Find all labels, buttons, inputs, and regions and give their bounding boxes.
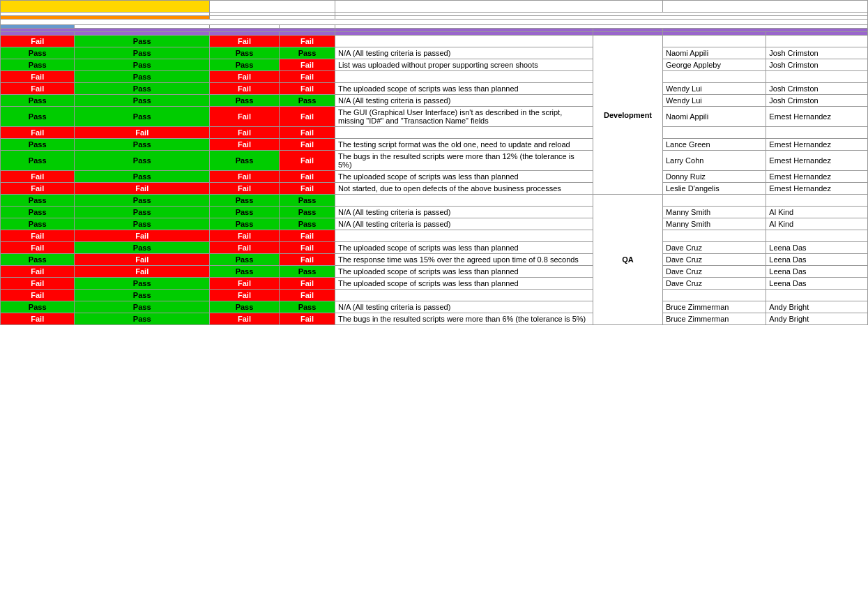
developer-cell: Naomi Appili — [663, 107, 766, 127]
developer-cell: Lance Green — [663, 139, 766, 151]
script-cell: Fail — [210, 183, 280, 195]
scope-cell: Fail — [1, 313, 75, 325]
script-cell: Fail — [210, 313, 280, 325]
bugs-cell: Pass — [280, 47, 335, 59]
bugs-cell: Fail — [280, 127, 335, 139]
scope-cell: Fail — [1, 71, 75, 83]
bugs-cell: Fail — [280, 313, 335, 325]
response-cell: Pass — [75, 301, 210, 313]
scope-cell: Fail — [1, 290, 75, 301]
scope-cell: Fail — [1, 171, 75, 183]
table-row: FailFailFailFail — [1, 230, 868, 242]
table-row: FailPassFailFailThe uploaded scope of sc… — [1, 83, 868, 95]
defect-cell: The response time was 15% over the agree… — [335, 254, 593, 266]
developer-cell: Dave Cruz — [663, 254, 766, 266]
scope-cell: Fail — [1, 266, 75, 278]
developer-cell: Donny Ruiz — [663, 171, 766, 183]
spacer — [1, 20, 868, 25]
defect-cell: N/A (All testing criteria is passed) — [335, 207, 593, 218]
empty-1 — [210, 1, 335, 13]
tester-cell: Josh Crimston — [766, 47, 868, 59]
bugs-cell: Pass — [280, 195, 335, 207]
script-cell: Pass — [210, 266, 280, 278]
scope-cell: Fail — [1, 127, 75, 139]
defect-cell: The uploaded scope of scripts was less t… — [335, 266, 593, 278]
script-cell: Fail — [210, 242, 280, 254]
defect-cell: N/A (All testing criteria is passed) — [335, 218, 593, 230]
table-row: PassPassPassPassN/A (All testing criteri… — [1, 207, 868, 218]
script-cell: Pass — [210, 301, 280, 313]
developer-cell: Dave Cruz — [663, 278, 766, 290]
report-date-area — [335, 1, 663, 13]
tester-cell: Leena Das — [766, 266, 868, 278]
defect-cell: Not started, due to open defects of the … — [335, 183, 593, 195]
developer-cell: George Appleby — [663, 59, 766, 71]
script-cell: Pass — [210, 47, 280, 59]
bugs-cell: Fail — [280, 139, 335, 151]
scope-cell: Pass — [1, 218, 75, 230]
table-row: PassPassPassPassN/A (All testing criteri… — [1, 218, 868, 230]
defect-cell: N/A (All testing criteria is passed) — [335, 301, 593, 313]
table-row: PassPassPassPassN/A (All testing criteri… — [1, 95, 868, 107]
defect-cell — [335, 230, 593, 242]
defect-cell — [335, 71, 593, 83]
bugs-cell: Pass — [280, 301, 335, 313]
script-cell: Fail — [210, 107, 280, 127]
tester-cell — [766, 290, 868, 301]
tester-cell — [766, 230, 868, 242]
bugs-cell: Fail — [280, 230, 335, 242]
bugs-cell: Pass — [280, 95, 335, 107]
response-cell: Pass — [75, 313, 210, 325]
scope-cell: Pass — [1, 195, 75, 207]
response-cell: Pass — [75, 151, 210, 171]
developer-cell: Bruce Zimmerman — [663, 301, 766, 313]
script-cell: Pass — [210, 195, 280, 207]
response-cell: Pass — [75, 278, 210, 290]
bugs-cell: Fail — [280, 183, 335, 195]
tester-cell: Al Kind — [766, 218, 868, 230]
title-row — [1, 1, 868, 13]
defect-cell — [335, 36, 593, 47]
tester-cell: Ernest Hernandez — [766, 151, 868, 171]
bugs-cell: Fail — [280, 151, 335, 171]
response-cell: Pass — [75, 83, 210, 95]
developer-cell — [663, 127, 766, 139]
scope-cell: Pass — [1, 254, 75, 266]
table-row: FailPassFailFailThe uploaded scope of sc… — [1, 171, 868, 183]
script-cell: Fail — [210, 171, 280, 183]
scope-cell: Pass — [1, 151, 75, 171]
script-cell: Pass — [210, 254, 280, 266]
developer-cell: Larry Cohn — [663, 151, 766, 171]
response-cell: Fail — [75, 254, 210, 266]
table-row: PassPassPassPassN/A (All testing criteri… — [1, 47, 868, 59]
defect-cell: The testing script format was the old on… — [335, 139, 593, 151]
tester-cell: Leena Das — [766, 242, 868, 254]
environment-cell: Development — [593, 36, 663, 195]
bugs-cell: Fail — [280, 278, 335, 290]
script-cell: Pass — [210, 59, 280, 71]
defect-cell — [335, 290, 593, 301]
developer-cell: Wendy Lui — [663, 95, 766, 107]
bugs-cell: Fail — [280, 290, 335, 301]
developer-cell — [663, 195, 766, 207]
table-row: FailFailFailFailNot started, due to open… — [1, 183, 868, 195]
table-row: FailPassFailFailThe uploaded scope of sc… — [1, 242, 868, 254]
defect-cell: The bugs in the resulted scripts were mo… — [335, 313, 593, 325]
response-cell: Fail — [75, 183, 210, 195]
response-cell: Pass — [75, 47, 210, 59]
defect-cell: The uploaded scope of scripts was less t… — [335, 171, 593, 183]
scope-cell: Pass — [1, 59, 75, 71]
developer-cell: Leslie D'angelis — [663, 183, 766, 195]
defect-cell: List was uploaded without proper support… — [335, 59, 593, 71]
scope-cell: Pass — [1, 207, 75, 218]
response-cell: Pass — [75, 139, 210, 151]
defect-cell: The uploaded scope of scripts was less t… — [335, 83, 593, 95]
scope-cell: Fail — [1, 83, 75, 95]
bugs-cell: Fail — [280, 107, 335, 127]
bugs-cell: Pass — [280, 218, 335, 230]
empty-2 — [663, 1, 868, 13]
table-row: PassPassFailFailThe GUI (Graphical User … — [1, 107, 868, 127]
bugs-cell: Fail — [280, 171, 335, 183]
defect-cell: The uploaded scope of scripts was less t… — [335, 242, 593, 254]
developer-cell: Manny Smith — [663, 207, 766, 218]
